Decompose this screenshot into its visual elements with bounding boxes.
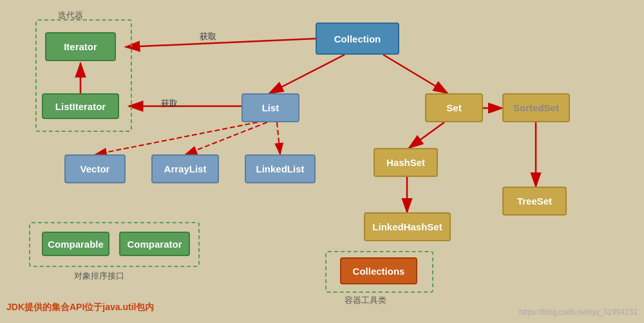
node-listiterator: ListIterator: [42, 93, 119, 119]
node-collection: Collection: [316, 23, 399, 55]
collections-util-label: 容器工具类: [345, 295, 386, 306]
diagram-container: 迭代器 获取 获取 Collection Iterator ListIterat…: [0, 0, 644, 323]
node-iterator: Iterator: [45, 32, 116, 61]
node-linkedhashset: LinkedHashSet: [364, 212, 451, 241]
svg-line-3: [269, 55, 345, 93]
node-hashset: HashSet: [374, 148, 438, 177]
node-list: List: [242, 93, 299, 122]
sorting-label: 对象排序接口: [74, 270, 124, 282]
svg-line-8: [185, 122, 267, 154]
node-set: Set: [425, 93, 483, 122]
get-label-2: 获取: [161, 98, 178, 109]
node-sortedset: SortedSet: [502, 93, 570, 122]
svg-line-4: [383, 55, 448, 93]
node-linkedlist: LinkedList: [245, 154, 316, 183]
svg-line-2: [126, 39, 316, 47]
node-collections: Collections: [340, 257, 417, 284]
node-vector: Vector: [64, 154, 126, 183]
svg-line-10: [409, 122, 444, 148]
node-comparator: Comparator: [119, 232, 190, 256]
get-label-1: 获取: [200, 31, 216, 42]
iterator-group-label: 迭代器: [58, 10, 83, 21]
jdk-note: JDK提供的集合API位于java.util包内: [6, 302, 154, 313]
watermark: https://blog.csdn.net/qq_31994231: [519, 308, 638, 317]
node-treeset: TreeSet: [502, 187, 567, 216]
node-arraylist: ArrayList: [151, 154, 219, 183]
svg-line-9: [277, 122, 280, 154]
node-comparable: Comparable: [42, 232, 109, 256]
